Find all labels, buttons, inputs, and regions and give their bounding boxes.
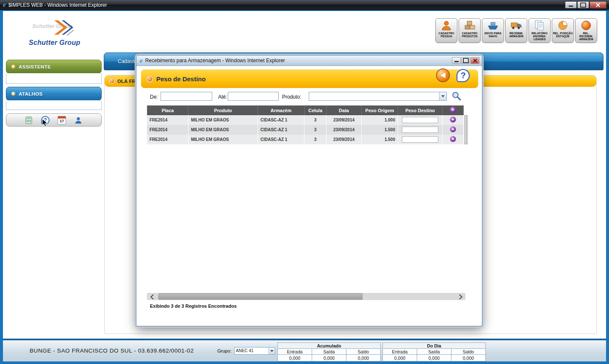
acumulado-entrada-value: 0,000 [278,355,312,361]
peso-destino-input[interactable] [402,117,438,123]
toolbar-button-envio-para-navio[interactable]: ENVIO PARA NAVIO [482,18,504,43]
sidebar-item-atalhos[interactable]: ATALHOS [6,87,102,101]
produto-select[interactable] [309,92,447,101]
cell-data: 23/09/2014 [327,125,362,135]
peso-destino-input[interactable] [402,127,438,133]
column-header-placa[interactable]: Placa [147,105,188,115]
sphere-icon [580,19,592,31]
maximize-icon[interactable] [577,1,589,8]
ate-input[interactable] [228,92,279,101]
minimize-icon[interactable] [452,57,461,64]
horizontal-scrollbar[interactable] [147,293,465,300]
bullet-icon [110,79,114,83]
toolbar-button-label: ENVIO PARA NAVIO [482,32,504,38]
grupo-select[interactable]: ANEC 41 [234,347,275,355]
acumulado-saida-value: 0,000 [312,355,346,361]
toolbar: CADASTRO PESSOACADASTRO PRODUTOSENVIO PA… [435,18,597,43]
close-icon[interactable] [471,57,479,64]
logo: Schutter Group Schutter Group [26,14,111,52]
column-header-produto[interactable]: Produto [188,105,258,115]
confirm-arrow-button[interactable] [450,126,456,132]
de-input[interactable] [161,92,212,101]
ship-icon [487,19,499,31]
peso-table-body: FRE2014MILHO EM GRAOSCIDASC-AZ 1323/09/2… [147,115,464,144]
report-icon [534,19,545,31]
cell-produto: MILHO EM GRAOS [188,135,258,144]
toolbar-button-label: CADASTRO PRODUTOS [459,32,480,38]
cell-celula: 3 [304,115,327,125]
page-title: Peso de Destino [156,75,206,83]
cell-peso-destino [398,115,443,125]
cell-celula: 3 [304,125,327,135]
peso-table: Placa Produto Armazém Celula Data Peso O… [147,105,464,144]
app-frame: Schutter Group Schutter Group CADASTRO P… [0,10,609,364]
column-header-celula[interactable]: Celula [304,105,327,115]
column-header-peso-destino[interactable]: Peso Destino [398,105,443,115]
bullet-icon [11,65,15,69]
acumulado-table: Acumulado Entrada Saída Saldo 0,000 0,00… [277,342,381,361]
toolbar-button-rel-recebim-armazem[interactable]: REL. RECEBIM. ARMAZÉM [575,18,597,43]
acumulado-header-saldo: Saldo [346,349,381,355]
table-header-row: Placa Produto Armazém Celula Data Peso O… [147,105,464,115]
do-dia-saida-value: 0,000 [417,355,451,361]
popup-titlebar[interactable]: Recebimento para Armazenagem - Windows I… [136,55,482,66]
do-dia-header-saldo: Saldo [451,349,486,355]
toolbar-button-recebim-armazem[interactable]: RECEBIM. ARMAZÉM [505,18,527,43]
vertical-scrollbar[interactable] [464,115,468,144]
toolbar-button-relatorio-anormalidades[interactable]: RELATÓRIO ANORMA- LIDADES [529,18,551,43]
cell-armazem: CIDASC-AZ 1 [258,125,304,135]
calendar-icon[interactable]: 17 [57,116,66,125]
calculator-icon[interactable] [24,116,33,125]
ie-icon [3,2,6,8]
bullet-icon [11,92,15,96]
help-icon[interactable] [41,116,50,125]
cell-placa: FRE2014 [147,125,188,135]
assistente-panel [6,73,102,84]
ie-icon [140,58,143,64]
greeting-text: OLÁ FRE [117,79,138,84]
cell-peso-origem: 1.500 [362,135,398,144]
maximize-icon[interactable] [461,57,470,64]
do-dia-title: Do Dia [383,343,486,349]
confirm-arrow-button[interactable] [450,116,456,123]
column-header-armazem[interactable]: Armazém [258,105,304,115]
back-button[interactable] [436,68,450,83]
produto-label: Produto: [282,94,301,100]
search-icon[interactable] [451,91,462,101]
column-header-data[interactable]: Data [327,105,362,115]
peso-destino-input[interactable] [402,136,438,143]
produto-select-value [309,92,439,100]
do-dia-table: Do Dia Entrada Saída Saldo 0,000 0,000 0… [382,342,486,361]
user-icon[interactable] [74,116,83,125]
scrollbar-thumb[interactable] [158,293,363,300]
atalhos-label: ATALHOS [19,91,43,97]
do-dia-header-saida: Saída [417,349,451,355]
cell-produto: MILHO EM GRAOS [188,115,258,125]
cell-peso-origem: 1.000 [362,115,398,125]
scroll-right-icon[interactable] [458,294,463,299]
help-icon[interactable] [457,69,470,82]
close-icon[interactable] [590,1,606,8]
minimize-icon[interactable] [565,1,577,8]
popup-title: Recebimento para Armazenagem - Windows I… [145,58,285,63]
logo-arrow-icon [52,17,76,38]
sidebar-item-assistente[interactable]: ASSISTENTE [6,60,102,74]
column-header-peso-origem[interactable]: Peso Origem [362,105,398,115]
scroll-left-icon[interactable] [149,294,155,299]
ate-label: Até: [218,94,227,100]
assistente-label: ASSISTENTE [19,64,51,69]
toolbar-button-rel-posicao-estoque[interactable]: REL. POSIÇÃO ESTOQUE [552,18,574,43]
atalhos-panel [6,100,102,110]
acumulado-title: Acumulado [278,343,381,349]
table-row: FRE2014MILHO EM GRAOSCIDASC-AZ 1323/09/2… [147,115,464,125]
footer-bar: BUNGE - SAO FRANCISCO DO SUL - 03.639.66… [3,339,606,361]
app-content: Schutter Group Schutter Group CADASTRO P… [3,11,606,339]
toolbar-button-cadastro-produtos[interactable]: CADASTRO PRODUTOS [459,18,481,43]
cell-peso-destino [398,135,443,144]
cell-peso-origem: 1.500 [362,125,398,135]
bullet-icon [147,76,152,82]
record-count-status: Exibindo 3 de 3 Registros Encontrados [150,303,237,309]
toolbar-button-cadastro-pessoa[interactable]: CADASTRO PESSOA [435,18,457,43]
sort-arrow-icon[interactable] [450,107,457,113]
confirm-arrow-button[interactable] [450,136,456,142]
